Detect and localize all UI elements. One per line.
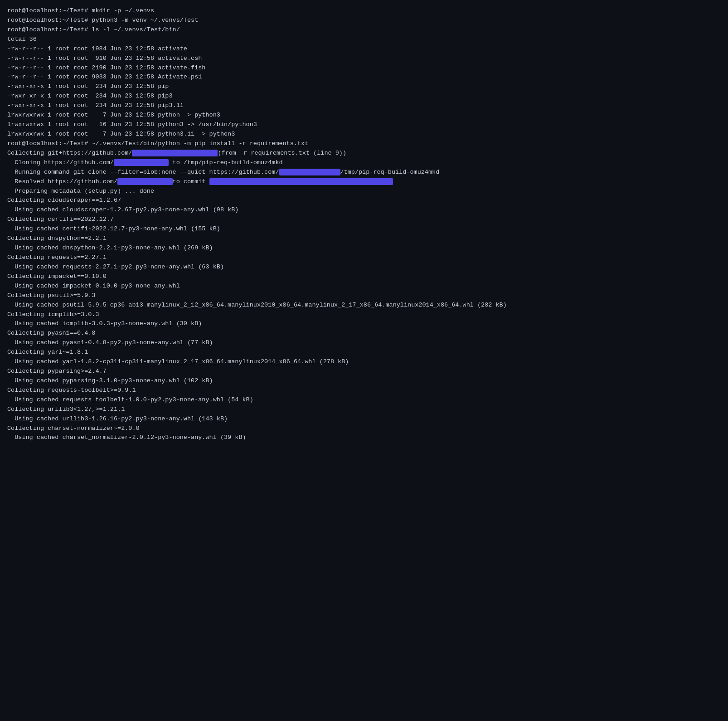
terminal-line: Collecting requests==2.27.1 [7,253,721,263]
terminal-line: Using cached icmplib-3.0.3-py3-none-any.… [7,319,721,329]
terminal-line: root@localhost:~/Test# mkdir -p ~/.venvs [7,6,721,16]
terminal-line: lrwxrwxrwx 1 root root 7 Jun 23 12:58 py… [7,111,721,120]
terminal-line: Collecting urllib3<1.27,>=1.21.1 [7,405,721,414]
terminal-line: Collecting charset-normalizer~=2.0.0 [7,424,721,434]
terminal-line: Collecting certifi==2022.12.7 [7,215,721,224]
terminal-line: -rw-r--r-- 1 root root 2190 Jun 23 12:58… [7,63,721,73]
terminal-line: Using cached cloudscraper-1.2.67-py2.py3… [7,205,721,215]
terminal-line: -rwxr-xr-x 1 root root 234 Jun 23 12:58 … [7,101,721,111]
terminal-line: root@localhost:~/Test# ~/.venvs/Test/bin… [7,139,721,149]
terminal-line: Using cached pyasn1-0.4.8-py2.py3-none-a… [7,338,721,348]
terminal-line: Cloning https://github.com/ to /tmp/pip-… [7,158,721,168]
terminal-line: -rwxr-xr-x 1 root root 234 Jun 23 12:58 … [7,82,721,92]
terminal-line: Using cached impacket-0.10.0-py3-none-an… [7,282,721,291]
terminal-line: lrwxrwxrwx 1 root root 7 Jun 23 12:58 py… [7,130,721,139]
terminal-line: Collecting requests-toolbelt>=0.9.1 [7,386,721,395]
terminal-line: Using cached dnspython-2.2.1-py3-none-an… [7,244,721,253]
terminal-line: Collecting pyparsing>=2.4.7 [7,367,721,376]
terminal-line: Using cached urllib3-1.26.16-py2.py3-non… [7,414,721,424]
terminal-line: -rw-r--r-- 1 root root 910 Jun 23 12:58 … [7,54,721,63]
terminal-line: Running command git clone --filter=blob:… [7,168,721,177]
terminal-line: Using cached certifi-2022.12.7-py3-none-… [7,224,721,234]
terminal-line: Collecting icmplib>=3.0.3 [7,310,721,320]
terminal-line: Collecting git+https://github.com/ (from… [7,149,721,158]
terminal-line: Using cached pyparsing-3.1.0-py3-none-an… [7,376,721,386]
terminal-line: Collecting pyasn1==0.4.8 [7,329,721,338]
terminal-line: Resolved https://github.com/ to commit [7,177,721,187]
terminal-line: Preparing metadata (setup.py) ... done [7,187,721,196]
terminal-line: total 36 [7,35,721,44]
terminal-line: -rw-r--r-- 1 root root 1984 Jun 23 12:58… [7,44,721,54]
terminal-line: Collecting dnspython==2.2.1 [7,234,721,244]
terminal-line: -rwxr-xr-x 1 root root 234 Jun 23 12:58 … [7,92,721,101]
terminal: root@localhost:~/Test# mkdir -p ~/.venvs… [0,0,728,721]
terminal-line: Collecting psutil>=5.9.3 [7,291,721,301]
terminal-line: Using cached requests-2.27.1-py2.py3-non… [7,263,721,272]
terminal-line: Using cached yarl-1.8.2-cp311-cp311-many… [7,357,721,367]
terminal-line: Using cached requests_toolbelt-1.0.0-py2… [7,395,721,405]
terminal-line: Using cached psutil-5.9.5-cp36-abi3-many… [7,301,721,310]
terminal-line: Using cached charset_normalizer-2.0.12-p… [7,433,721,443]
terminal-line: Collecting impacket==0.10.0 [7,272,721,282]
terminal-line: -rw-r--r-- 1 root root 9033 Jun 23 12:58… [7,73,721,82]
terminal-line: root@localhost:~/Test# ls -l ~/.venvs/Te… [7,25,721,35]
terminal-line: root@localhost:~/Test# python3 -m venv ~… [7,16,721,25]
terminal-line: lrwxrwxrwx 1 root root 16 Jun 23 12:58 p… [7,120,721,130]
terminal-line: Collecting cloudscraper==1.2.67 [7,196,721,205]
terminal-line: Collecting yarl~=1.8.1 [7,348,721,357]
